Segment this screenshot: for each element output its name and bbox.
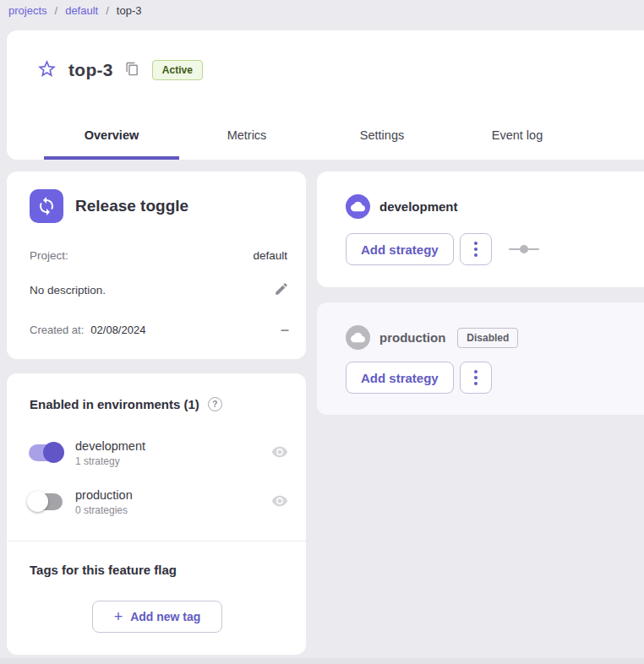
project-row: Project: default bbox=[30, 249, 287, 262]
page-bottom-strip bbox=[0, 658, 644, 664]
breadcrumb-separator: / bbox=[106, 4, 109, 17]
feature-header-card: top-3 Active Overview Metrics Settings E… bbox=[7, 30, 644, 160]
page-title: top-3 bbox=[68, 60, 113, 80]
breadcrumb-projects-link[interactable]: projects bbox=[8, 4, 47, 17]
environment-name: development bbox=[75, 439, 145, 453]
cloud-icon bbox=[346, 194, 370, 219]
tab-label: Event log bbox=[492, 128, 543, 142]
cloud-icon bbox=[346, 325, 370, 350]
tab-label: Overview bbox=[85, 128, 139, 142]
environment-name: production bbox=[75, 488, 133, 502]
strategy-diagram-icon bbox=[509, 244, 539, 254]
kebab-icon bbox=[474, 382, 478, 385]
development-toggle[interactable] bbox=[27, 442, 64, 464]
kebab-icon bbox=[474, 253, 478, 257]
tab-bar: Overview Metrics Settings Event log bbox=[44, 111, 585, 160]
created-label: Created at: bbox=[30, 324, 84, 336]
environments-card-title: Enabled in environments (1) bbox=[30, 397, 199, 411]
environment-strategy-count: 1 strategy bbox=[75, 455, 145, 467]
breadcrumb: projects / default / top-3 bbox=[8, 3, 141, 18]
project-label: Project: bbox=[30, 249, 68, 262]
tab-label: Metrics bbox=[227, 128, 267, 142]
tags-section-title: Tags for this feature flag bbox=[30, 563, 177, 577]
production-strategies-panel: production Disabled Add strategy bbox=[317, 302, 644, 415]
feature-flag-page: projects / default / top-3 top-3 Active … bbox=[0, 0, 644, 664]
disabled-badge: Disabled bbox=[457, 328, 518, 348]
flag-details-card: Release toggle Project: default No descr… bbox=[7, 171, 306, 359]
flag-type-header: Release toggle bbox=[30, 189, 188, 223]
panel-environment-name: production bbox=[379, 330, 445, 345]
project-value[interactable]: default bbox=[253, 249, 287, 262]
copy-name-button[interactable] bbox=[124, 62, 141, 79]
preview-production-button[interactable] bbox=[271, 493, 288, 512]
environment-text: production 0 strategies bbox=[75, 488, 133, 516]
created-row: Created at: 02/08/2024 – bbox=[30, 322, 289, 337]
add-new-tag-button[interactable]: + Add new tag bbox=[92, 601, 222, 633]
kebab-icon bbox=[474, 376, 478, 379]
panel-actions: Add strategy bbox=[346, 362, 492, 394]
title-row: top-3 Active bbox=[35, 51, 203, 90]
preview-development-button[interactable] bbox=[271, 444, 288, 463]
environment-text: development 1 strategy bbox=[75, 439, 145, 467]
switch-thumb bbox=[27, 491, 48, 512]
panel-environment-name: development bbox=[379, 199, 458, 214]
breadcrumb-project-default-link[interactable]: default bbox=[65, 4, 98, 17]
add-strategy-button-development[interactable]: Add strategy bbox=[346, 233, 454, 265]
add-strategy-button-production[interactable]: Add strategy bbox=[346, 362, 454, 394]
environment-strategy-count: 0 strategies bbox=[75, 504, 133, 516]
flag-type-heading: Release toggle bbox=[75, 197, 188, 215]
kebab-icon bbox=[474, 242, 478, 245]
tab-settings[interactable]: Settings bbox=[314, 111, 450, 160]
environment-row-development: development 1 strategy bbox=[27, 433, 288, 472]
production-toggle[interactable] bbox=[27, 491, 64, 513]
tab-event-log[interactable]: Event log bbox=[450, 111, 585, 160]
kebab-icon bbox=[474, 370, 478, 373]
kebab-icon bbox=[474, 248, 478, 251]
plus-icon: + bbox=[114, 609, 123, 624]
panel-actions: Add strategy bbox=[346, 233, 539, 265]
environment-row-production: production 0 strategies bbox=[27, 482, 288, 521]
edit-description-button[interactable] bbox=[274, 281, 289, 299]
help-icon: ? bbox=[208, 397, 222, 411]
breadcrumb-separator: / bbox=[55, 4, 58, 17]
tab-label: Settings bbox=[360, 128, 404, 142]
breadcrumb-current: top-3 bbox=[117, 4, 142, 17]
status-badge: Active bbox=[152, 60, 203, 80]
copy-icon bbox=[125, 62, 139, 79]
favorite-button[interactable] bbox=[35, 59, 57, 81]
development-strategies-panel: development Add strategy bbox=[317, 171, 644, 287]
tab-overview[interactable]: Overview bbox=[44, 111, 179, 160]
environments-title-row: Enabled in environments (1) ? bbox=[30, 397, 222, 411]
environments-card: Enabled in environments (1) ? developmen… bbox=[7, 373, 306, 655]
collapse-details-button[interactable]: – bbox=[281, 322, 289, 337]
created-value: 02/08/2024 bbox=[90, 324, 145, 336]
eye-icon bbox=[271, 450, 288, 463]
description-text: No description. bbox=[30, 284, 106, 297]
environment-menu-button-development[interactable] bbox=[460, 233, 492, 265]
star-icon bbox=[36, 58, 57, 82]
panel-header: development bbox=[346, 194, 458, 219]
panel-header: production Disabled bbox=[346, 325, 518, 350]
description-row: No description. bbox=[30, 281, 289, 299]
eye-icon bbox=[271, 499, 288, 512]
pencil-icon bbox=[274, 281, 289, 299]
switch-thumb bbox=[43, 442, 64, 463]
environment-menu-button-production[interactable] bbox=[460, 362, 492, 394]
add-tag-label: Add new tag bbox=[130, 610, 200, 623]
card-divider bbox=[7, 541, 306, 542]
tab-metrics[interactable]: Metrics bbox=[179, 111, 314, 160]
release-toggle-icon bbox=[30, 189, 63, 223]
